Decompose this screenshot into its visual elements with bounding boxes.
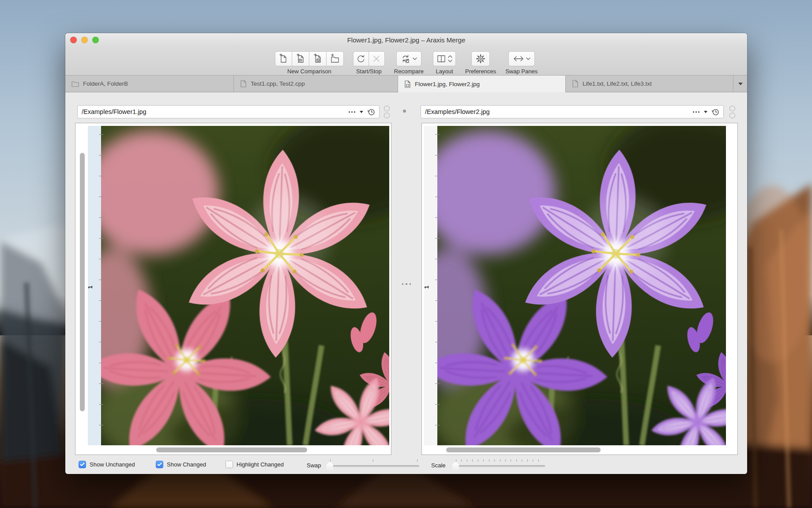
tab-foldera-folderb[interactable]: FolderA, FolderB [65,76,234,92]
recompare-button[interactable] [396,51,421,66]
start-stop-label: Start/Stop [356,68,382,75]
tab-label: Test1.cpp, Test2.cpp [251,80,305,87]
new-text-comparison-button[interactable] [275,51,292,66]
tab-bar: FolderA, FolderB Test1.cpp, Test2.cpp Fl… [65,76,747,92]
preferences-label: Preferences [465,68,496,75]
tab-test1-test2[interactable]: Test1.cpp, Test2.cpp [234,76,398,92]
document-icon [240,80,247,87]
right-horizontal-scrollbar[interactable] [424,445,726,455]
document-icon [572,80,579,87]
left-path-field[interactable]: /Examples/Flower1.jpg [77,105,380,118]
image-document-icon [404,80,411,88]
show-changed-checkbox[interactable]: Show Changed [156,461,206,468]
recompare-cycle-icon [400,53,411,64]
desktop: Flower1.jpg, Flower2.jpg – Araxis Merge [0,0,812,508]
swap-panes-label: Swap Panes [505,68,538,75]
tab-overflow-dropdown-button[interactable] [733,76,747,92]
checkbox-box[interactable] [226,461,233,468]
new-folder-comparison-button[interactable] [327,51,344,66]
layout-button[interactable] [433,51,456,66]
slider-thumb[interactable] [452,462,459,471]
tab-flower1-flower2[interactable]: Flower1.jpg, Flower2.jpg [398,76,566,92]
flower-photo [101,126,389,445]
right-ruler: 1 [424,126,437,445]
highlight-changed-checkbox[interactable]: Highlight Changed [226,461,284,468]
tab-life1-life2-life3[interactable]: Life1.txt, Life2.txt, Life3.txt [566,76,733,92]
ruler-ticks [435,134,440,444]
flower-photo [437,126,726,445]
ruler-label: 1 [87,286,94,289]
slider-track[interactable] [452,465,545,467]
new-image-document-icon [312,53,323,64]
tab-label: Life1.txt, Life2.txt, Life3.txt [583,80,652,87]
path-menu-icon[interactable] [349,111,355,113]
pane-marker-circle[interactable] [384,113,390,118]
right-path-field[interactable]: /Examples/Flower2.jpg [421,105,724,118]
new-binary-document-icon [295,53,306,64]
start-stop-group: Start/Stop [353,51,385,75]
checkbox-box[interactable] [156,461,163,468]
folder-icon [71,80,79,87]
path-menu-icon[interactable] [693,111,699,113]
history-icon[interactable] [368,108,375,116]
ruler-label: 1 [424,286,430,289]
left-image-pane: 1 [75,123,391,455]
scale-slider-label: Scale [431,462,446,469]
zoom-window-button[interactable] [92,37,99,43]
checkbox-box[interactable] [79,461,86,468]
left-vertical-scrollbar[interactable] [78,126,88,445]
slider-track[interactable] [327,465,419,467]
stop-x-icon [372,54,381,63]
new-document-icon [278,53,289,64]
title-bar: Flower1.jpg, Flower2.jpg – Araxis Merge [65,33,747,46]
scale-slider[interactable] [452,459,545,471]
path-dropdown-icon[interactable] [704,111,707,113]
pane-marker-circle[interactable] [384,106,390,111]
close-window-button[interactable] [70,37,77,43]
pane-splitter-handle[interactable] [399,282,414,286]
chevron-down-icon [413,57,417,61]
layout-label: Layout [436,68,453,75]
swap-slider-label: Swap [307,462,321,469]
minimize-window-button[interactable] [81,37,88,43]
araxis-merge-window: Flower1.jpg, Flower2.jpg – Araxis Merge [65,33,747,474]
comparison-content: /Examples/Flower1.jpg /Examples/Flower2.… [65,92,747,474]
slider-thumb[interactable] [327,462,333,471]
start-button[interactable] [353,51,369,66]
up-down-chevrons-icon [448,55,452,62]
left-pane-markers [384,106,390,118]
swap-panes-button[interactable] [508,51,535,66]
new-binary-comparison-button[interactable] [292,51,309,66]
left-image-viewport[interactable] [101,126,389,445]
chevron-down-icon [738,83,743,85]
swap-panes-group: Swap Panes [505,51,538,75]
preferences-button[interactable] [471,51,490,66]
swap-slider[interactable] [327,459,419,471]
pane-marker-circle[interactable] [729,106,735,111]
scrollbar-thumb[interactable] [156,447,307,452]
check-icon [157,463,162,466]
scrollbar-thumb[interactable] [80,153,85,411]
checkbox-label: Show Unchanged [90,461,135,468]
new-folder-icon [330,53,340,64]
split-panes-icon [436,54,446,64]
scrollbar-thumb[interactable] [446,447,601,452]
path-dropdown-icon[interactable] [360,111,363,113]
swap-arrows-icon [513,55,524,63]
gear-icon [475,53,486,64]
history-icon[interactable] [712,108,719,116]
recompare-label: Recompare [394,68,424,75]
pane-marker-circle[interactable] [729,113,735,118]
left-ruler: 1 [88,126,101,445]
right-pane-markers [729,106,735,118]
right-path-text: /Examples/Flower2.jpg [425,108,693,115]
slider-ticks [456,459,544,462]
right-image-viewport[interactable] [437,126,726,445]
show-unchanged-checkbox[interactable]: Show Unchanged [79,461,135,468]
new-image-comparison-button[interactable] [309,51,327,66]
stop-button[interactable] [369,51,385,66]
slider-tick [417,459,417,462]
bottom-control-bar: Show Unchanged Show Changed Highlight Ch… [65,456,747,474]
checkbox-label: Show Changed [167,461,206,468]
left-horizontal-scrollbar[interactable] [78,445,389,455]
